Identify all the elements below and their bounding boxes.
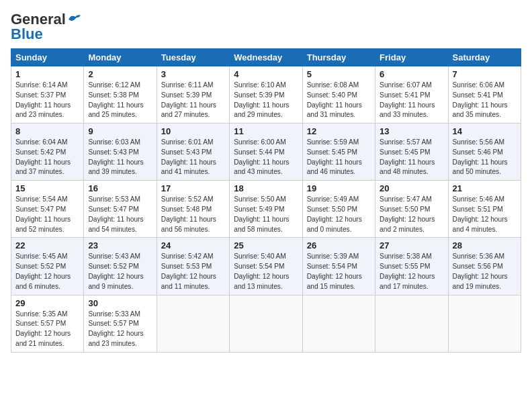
day-number: 25 [234,240,298,250]
day-info: Sunrise: 5:43 AMSunset: 5:52 PMDaylight:… [88,252,152,291]
column-header-saturday: Saturday [448,49,521,66]
calendar-cell [375,295,448,352]
calendar-cell [448,295,521,352]
day-number: 12 [307,126,371,136]
calendar-cell: 7 Sunrise: 6:06 AMSunset: 5:41 PMDayligh… [448,66,521,124]
calendar-week-4: 22 Sunrise: 5:45 AMSunset: 5:52 PMDaylig… [11,238,521,295]
day-info: Sunrise: 6:10 AMSunset: 5:39 PMDaylight:… [234,81,298,120]
day-number: 5 [307,69,371,79]
day-info: Sunrise: 5:54 AMSunset: 5:47 PMDaylight:… [15,195,79,234]
calendar-cell: 28 Sunrise: 5:36 AMSunset: 5:56 PMDaylig… [448,238,521,295]
calendar-cell: 22 Sunrise: 5:45 AMSunset: 5:52 PMDaylig… [11,238,84,295]
column-header-thursday: Thursday [302,49,375,66]
calendar-header-row: SundayMondayTuesdayWednesdayThursdayFrid… [11,49,521,66]
day-info: Sunrise: 6:06 AMSunset: 5:41 PMDaylight:… [453,81,517,120]
calendar-cell: 26 Sunrise: 5:39 AMSunset: 5:54 PMDaylig… [302,238,375,295]
day-info: Sunrise: 6:14 AMSunset: 5:37 PMDaylight:… [15,81,79,120]
calendar-week-5: 29 Sunrise: 5:35 AMSunset: 5:57 PMDaylig… [11,295,521,352]
logo: General Blue [11,11,82,43]
calendar-cell: 10 Sunrise: 6:01 AMSunset: 5:43 PMDaylig… [157,124,229,181]
day-number: 2 [88,69,152,79]
day-number: 21 [453,183,517,193]
day-number: 19 [307,183,371,193]
column-header-sunday: Sunday [11,49,84,66]
calendar-cell: 20 Sunrise: 5:47 AMSunset: 5:50 PMDaylig… [375,181,448,238]
day-info: Sunrise: 6:00 AMSunset: 5:44 PMDaylight:… [234,138,298,177]
day-info: Sunrise: 6:04 AMSunset: 5:42 PMDaylight:… [15,138,79,177]
logo-blue: Blue [11,26,43,43]
day-info: Sunrise: 6:07 AMSunset: 5:41 PMDaylight:… [380,81,443,120]
day-info: Sunrise: 5:45 AMSunset: 5:52 PMDaylight:… [15,252,79,291]
calendar-cell [157,295,229,352]
day-number: 26 [307,240,371,250]
day-number: 17 [161,183,225,193]
day-info: Sunrise: 6:12 AMSunset: 5:38 PMDaylight:… [88,81,152,120]
day-number: 3 [161,69,225,79]
calendar: SundayMondayTuesdayWednesdayThursdayFrid… [11,48,521,353]
day-info: Sunrise: 5:52 AMSunset: 5:48 PMDaylight:… [161,195,225,234]
calendar-cell: 18 Sunrise: 5:50 AMSunset: 5:49 PMDaylig… [230,181,302,238]
day-number: 28 [453,240,517,250]
day-number: 8 [15,126,79,136]
day-number: 29 [15,298,79,308]
day-info: Sunrise: 5:35 AMSunset: 5:57 PMDaylight:… [15,310,79,349]
day-info: Sunrise: 5:40 AMSunset: 5:54 PMDaylight:… [234,252,298,291]
calendar-cell: 25 Sunrise: 5:40 AMSunset: 5:54 PMDaylig… [230,238,302,295]
column-header-monday: Monday [84,49,157,66]
calendar-cell: 13 Sunrise: 5:57 AMSunset: 5:45 PMDaylig… [375,124,448,181]
logo-bird-icon [67,13,82,25]
day-info: Sunrise: 5:47 AMSunset: 5:50 PMDaylight:… [380,195,443,234]
day-info: Sunrise: 5:36 AMSunset: 5:56 PMDaylight:… [453,252,517,291]
calendar-cell: 15 Sunrise: 5:54 AMSunset: 5:47 PMDaylig… [11,181,84,238]
calendar-cell [302,295,375,352]
calendar-cell: 14 Sunrise: 5:56 AMSunset: 5:46 PMDaylig… [448,124,521,181]
calendar-cell: 3 Sunrise: 6:11 AMSunset: 5:39 PMDayligh… [157,66,229,124]
day-info: Sunrise: 6:01 AMSunset: 5:43 PMDaylight:… [161,138,225,177]
day-number: 30 [88,298,152,308]
day-info: Sunrise: 6:11 AMSunset: 5:39 PMDaylight:… [161,81,225,120]
calendar-cell: 27 Sunrise: 5:38 AMSunset: 5:55 PMDaylig… [375,238,448,295]
calendar-cell: 9 Sunrise: 6:03 AMSunset: 5:43 PMDayligh… [84,124,157,181]
day-number: 13 [380,126,443,136]
calendar-cell [230,295,302,352]
day-info: Sunrise: 5:38 AMSunset: 5:55 PMDaylight:… [380,252,443,291]
day-number: 10 [161,126,225,136]
column-header-wednesday: Wednesday [230,49,302,66]
day-number: 14 [453,126,517,136]
day-info: Sunrise: 6:03 AMSunset: 5:43 PMDaylight:… [88,138,152,177]
day-number: 20 [380,183,443,193]
day-info: Sunrise: 5:33 AMSunset: 5:57 PMDaylight:… [88,310,152,349]
day-info: Sunrise: 5:46 AMSunset: 5:51 PMDaylight:… [453,195,517,234]
calendar-cell: 16 Sunrise: 5:53 AMSunset: 5:47 PMDaylig… [84,181,157,238]
day-number: 6 [380,69,443,79]
day-number: 22 [15,240,79,250]
day-number: 23 [88,240,152,250]
day-info: Sunrise: 5:50 AMSunset: 5:49 PMDaylight:… [234,195,298,234]
day-number: 18 [234,183,298,193]
calendar-cell: 19 Sunrise: 5:49 AMSunset: 5:50 PMDaylig… [302,181,375,238]
day-info: Sunrise: 5:53 AMSunset: 5:47 PMDaylight:… [88,195,152,234]
day-info: Sunrise: 5:57 AMSunset: 5:45 PMDaylight:… [380,138,443,177]
calendar-cell: 24 Sunrise: 5:42 AMSunset: 5:53 PMDaylig… [157,238,229,295]
calendar-cell: 17 Sunrise: 5:52 AMSunset: 5:48 PMDaylig… [157,181,229,238]
day-number: 7 [453,69,517,79]
column-header-friday: Friday [375,49,448,66]
calendar-cell: 30 Sunrise: 5:33 AMSunset: 5:57 PMDaylig… [84,295,157,352]
calendar-week-1: 1 Sunrise: 6:14 AMSunset: 5:37 PMDayligh… [11,66,521,124]
day-number: 27 [380,240,443,250]
day-info: Sunrise: 5:56 AMSunset: 5:46 PMDaylight:… [453,138,517,177]
calendar-cell: 11 Sunrise: 6:00 AMSunset: 5:44 PMDaylig… [230,124,302,181]
day-number: 15 [15,183,79,193]
day-info: Sunrise: 5:49 AMSunset: 5:50 PMDaylight:… [307,195,371,234]
calendar-cell: 1 Sunrise: 6:14 AMSunset: 5:37 PMDayligh… [11,66,84,124]
day-number: 24 [161,240,225,250]
calendar-cell: 29 Sunrise: 5:35 AMSunset: 5:57 PMDaylig… [11,295,84,352]
header: General Blue [11,11,521,43]
calendar-week-3: 15 Sunrise: 5:54 AMSunset: 5:47 PMDaylig… [11,181,521,238]
calendar-cell: 12 Sunrise: 5:59 AMSunset: 5:45 PMDaylig… [302,124,375,181]
day-info: Sunrise: 5:59 AMSunset: 5:45 PMDaylight:… [307,138,371,177]
day-number: 16 [88,183,152,193]
day-number: 4 [234,69,298,79]
calendar-cell: 6 Sunrise: 6:07 AMSunset: 5:41 PMDayligh… [375,66,448,124]
calendar-week-2: 8 Sunrise: 6:04 AMSunset: 5:42 PMDayligh… [11,124,521,181]
